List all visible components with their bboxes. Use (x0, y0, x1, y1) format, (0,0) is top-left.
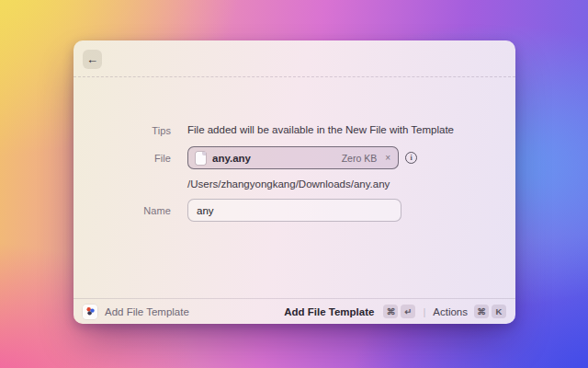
primary-action-button[interactable]: Add File Template (284, 306, 374, 317)
back-button[interactable]: ← (83, 50, 102, 69)
add-file-template-window: ← Tips File added will be available in t… (74, 40, 515, 324)
remove-file-icon[interactable]: × (385, 153, 390, 163)
tips-text: File added will be available in the New … (187, 124, 454, 135)
footer-action-bar: Add File Template Add File Template ⌘ ↵ … (74, 298, 515, 324)
footer-divider: | (423, 306, 425, 317)
cmd-key-icon[interactable]: ⌘ (383, 305, 398, 318)
back-arrow-icon: ← (86, 52, 98, 66)
file-icon (196, 152, 206, 165)
file-size-badge: Zero KB (342, 153, 378, 164)
window-header: ← (74, 40, 515, 77)
actions-button[interactable]: Actions (433, 306, 468, 317)
return-key-icon[interactable]: ↵ (401, 305, 415, 318)
name-label: Name (74, 205, 171, 216)
file-chip[interactable]: any.any Zero KB × (187, 146, 399, 169)
file-name: any.any (212, 153, 335, 164)
cmd-key-icon[interactable]: ⌘ (474, 305, 489, 318)
file-path-text: /Users/zhangyongkang/Downloads/any.any (187, 178, 390, 190)
template-logo-icon (85, 306, 96, 316)
k-key-icon[interactable]: K (492, 305, 506, 318)
file-label: File (74, 153, 171, 164)
info-icon[interactable]: i (405, 152, 417, 164)
tips-label: Tips (74, 125, 171, 136)
extension-icon (83, 305, 97, 319)
footer-command-title: Add File Template (105, 306, 189, 317)
info-glyph: i (410, 154, 412, 162)
name-input[interactable] (187, 199, 401, 222)
